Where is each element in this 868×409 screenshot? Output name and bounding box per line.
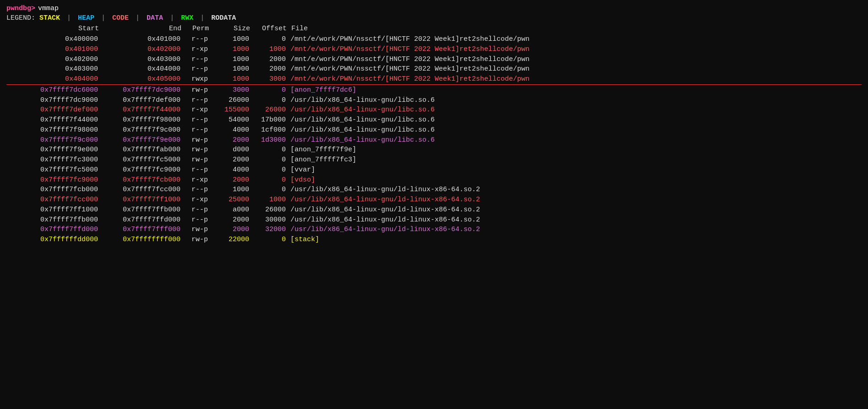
table-row: 0x403000 0x404000 r--p 1000 2000 /mnt/e/… [6, 64, 862, 74]
sep3: | [131, 14, 144, 22]
addr-start: 0x7ffff7fc9000 [6, 175, 98, 185]
file: /mnt/e/work/PWN/nssctf/[HNCTF 2022 Week1… [286, 64, 530, 74]
offset: 1d3000 [249, 135, 286, 145]
table-row: 0x400000 0x401000 r--p 1000 0 /mnt/e/wor… [6, 34, 862, 44]
command-text: vmmap [38, 5, 59, 12]
addr-start: 0x7ffffffdd000 [6, 235, 98, 245]
addr-start: 0x7ffff7def000 [6, 105, 98, 115]
size: 25000 [208, 195, 249, 205]
perm: r--p [180, 55, 208, 65]
size: 2000 [208, 175, 249, 185]
header-end: End [99, 25, 181, 33]
size: 54000 [208, 115, 249, 125]
addr-end: 0x404000 [98, 64, 180, 74]
addr-end: 0x7ffff7fc5000 [98, 155, 180, 165]
offset: 0 [249, 145, 286, 155]
addr-end: 0x7ffffffff000 [98, 235, 180, 245]
table-row: 0x7ffff7f9c000 0x7ffff7f9e000 rw-p 2000 … [6, 135, 862, 145]
perm: r--p [180, 64, 208, 74]
addr-start: 0x7ffff7dc6000 [6, 85, 98, 95]
size: 1000 [208, 64, 249, 74]
file: /mnt/e/work/PWN/nssctf/[HNCTF 2022 Week1… [286, 74, 530, 84]
perm: rw-p [180, 135, 208, 145]
addr-end: 0x403000 [98, 55, 180, 65]
offset: 32000 [249, 225, 286, 235]
legend-rodata: RODATA [211, 14, 236, 22]
table-row: 0x7ffff7f44000 0x7ffff7f98000 r--p 54000… [6, 115, 862, 125]
file: /usr/lib/x86_64-linux-gnu/libc.so.6 [286, 105, 435, 115]
file: [vvar] [286, 165, 315, 175]
file: /mnt/e/work/PWN/nssctf/[HNCTF 2022 Week1… [286, 34, 530, 44]
table-row: 0x7ffff7fc9000 0x7ffff7fcb000 r-xp 2000 … [6, 175, 862, 185]
perm: r-xp [180, 195, 208, 205]
table-row: 0x401000 0x402000 r-xp 1000 1000 /mnt/e/… [6, 44, 862, 55]
perm: r--p [180, 165, 208, 175]
table-header: Start End Perm Size Offset File [6, 25, 862, 33]
perm: rw-p [180, 85, 208, 95]
addr-end: 0x402000 [98, 44, 180, 55]
perm: r--p [180, 185, 208, 195]
offset: 26000 [249, 105, 286, 115]
addr-start: 0x7ffff7fc5000 [6, 165, 98, 175]
perm: r-xp [180, 175, 208, 185]
addr-start: 0x404000 [6, 74, 98, 84]
legend-data: DATA [147, 14, 163, 22]
addr-end: 0x7ffff7ff1000 [98, 195, 180, 205]
sep1: | [63, 14, 75, 22]
table-row: 0x7ffff7ffd000 0x7ffff7fff000 rw-p 2000 … [6, 225, 862, 235]
file: /usr/lib/x86_64-linux-gnu/libc.so.6 [286, 95, 435, 105]
addr-end: 0x7ffff7ffd000 [98, 215, 180, 225]
addr-start: 0x7ffff7fc3000 [6, 155, 98, 165]
file: [vdso] [286, 175, 315, 185]
header-file: File [287, 25, 308, 33]
offset: 0 [249, 85, 286, 95]
addr-end: 0x7ffff7dc9000 [98, 85, 180, 95]
offset: 0 [249, 235, 286, 245]
perm: r--p [180, 125, 208, 135]
size: 1000 [208, 34, 249, 44]
legend-label: LEGEND: [6, 14, 39, 22]
table-row: 0x7ffff7fc3000 0x7ffff7fc5000 rw-p 2000 … [6, 155, 862, 165]
size: 1000 [208, 74, 249, 84]
offset: 1cf000 [249, 125, 286, 135]
sep2: | [97, 14, 109, 22]
legend-stack: STACK [39, 14, 60, 22]
table-row: 0x7ffff7def000 0x7ffff7f44000 r-xp 15500… [6, 105, 862, 115]
size: d000 [208, 145, 249, 155]
table-row: 0x7ffff7fc5000 0x7ffff7fc9000 r--p 4000 … [6, 165, 862, 175]
offset: 0 [249, 165, 286, 175]
table-row: 0x7ffff7ff1000 0x7ffff7ffb000 r--p a000 … [6, 205, 862, 215]
offset: 3000 [249, 74, 286, 84]
addr-start: 0x403000 [6, 64, 98, 74]
file: /mnt/e/work/PWN/nssctf/[HNCTF 2022 Week1… [286, 55, 530, 65]
offset: 17b000 [249, 115, 286, 125]
table-row: 0x7ffffffdd000 0x7ffffffff000 rw-p 22000… [6, 235, 862, 245]
addr-end: 0x7ffff7fcc000 [98, 185, 180, 195]
size: 22000 [208, 235, 249, 245]
perm: r-xp [180, 105, 208, 115]
table-row: 0x7ffff7ffb000 0x7ffff7ffd000 r--p 2000 … [6, 215, 862, 225]
perm: rwxp [180, 74, 208, 84]
addr-start: 0x7ffff7ff1000 [6, 205, 98, 215]
addr-start: 0x7ffff7dc9000 [6, 95, 98, 105]
header-size: Size [209, 25, 250, 33]
addr-start: 0x7ffff7ffd000 [6, 225, 98, 235]
addr-start: 0x7ffff7f9c000 [6, 135, 98, 145]
offset: 0 [249, 155, 286, 165]
addr-start: 0x7ffff7f9e000 [6, 145, 98, 155]
perm: r-xp [180, 44, 208, 55]
file: /mnt/e/work/PWN/nssctf/[HNCTF 2022 Week1… [286, 44, 530, 55]
file: [anon_7ffff7f9e] [286, 145, 356, 155]
size: 26000 [208, 95, 249, 105]
file: /usr/lib/x86_64-linux-gnu/libc.so.6 [286, 135, 435, 145]
perm: r--p [180, 95, 208, 105]
addr-end: 0x7ffff7f9e000 [98, 135, 180, 145]
addr-end: 0x7ffff7fab000 [98, 145, 180, 155]
perm: r--p [180, 205, 208, 215]
table-row: 0x7ffff7dc6000 0x7ffff7dc9000 rw-p 3000 … [6, 85, 862, 95]
perm: rw-p [180, 225, 208, 235]
offset: 0 [249, 95, 286, 105]
perm: rw-p [180, 155, 208, 165]
legend-rwx: RWX [181, 14, 193, 22]
size: 2000 [208, 135, 249, 145]
